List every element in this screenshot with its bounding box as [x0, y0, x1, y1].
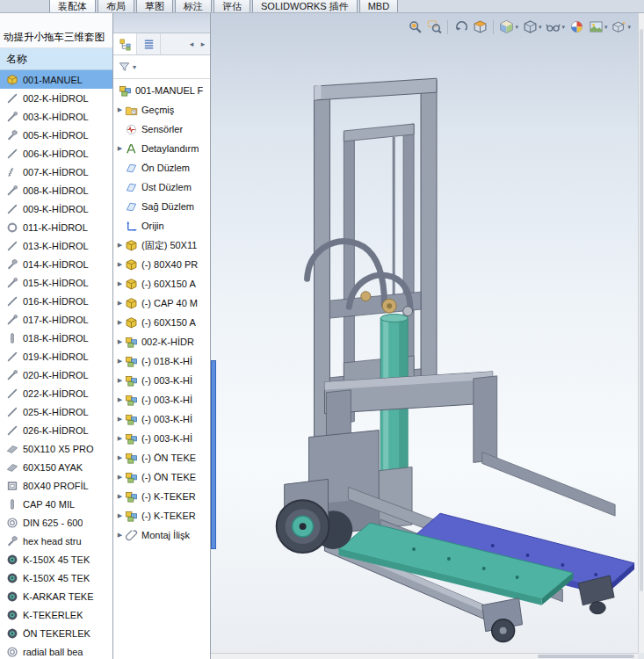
tree-item[interactable]: Sağ Düzlem: [113, 197, 210, 216]
parts-column-header[interactable]: 名称: [0, 48, 112, 70]
parts-list-item[interactable]: radial ball bea: [0, 642, 112, 659]
tree-item[interactable]: ▶(-) 003-K-Hİ: [113, 371, 210, 390]
dropdown-caret-icon[interactable]: ▾: [627, 24, 631, 31]
tree-item[interactable]: ▶(-) 60X150 A: [113, 274, 210, 293]
section-view-button[interactable]: [472, 18, 488, 35]
tree-item[interactable]: 001-MANUEL F: [113, 81, 210, 100]
expand-arrow-icon[interactable]: ▶: [115, 377, 125, 384]
dropdown-caret-icon[interactable]: ▾: [539, 24, 542, 31]
tree-item[interactable]: ▶(固定) 50X11: [113, 235, 210, 255]
parts-list-item[interactable]: 018-K-HİDROL: [0, 329, 112, 347]
tree-item[interactable]: ▶(-) 003-K-Hİ: [113, 409, 210, 429]
tree-item[interactable]: ▶Detaylandırm: [113, 139, 210, 158]
tree-item[interactable]: ▶(-) K-TEKER: [113, 487, 210, 506]
ribbon-tab-0[interactable]: 装配体: [49, 0, 96, 12]
tree-item[interactable]: ▶(-) ÖN TEKE: [113, 448, 210, 467]
ribbon-tab-1[interactable]: 布局: [98, 0, 134, 12]
expand-arrow-icon[interactable]: ▶: [115, 493, 125, 500]
tab-scroll-left-icon[interactable]: ◂: [186, 40, 197, 48]
previous-view-button[interactable]: [452, 18, 469, 35]
tree-item[interactable]: ▶(-) ÖN TEKE: [113, 467, 210, 487]
tree-item[interactable]: ▶Geçmiş: [113, 100, 210, 119]
display-style-button[interactable]: ▾: [522, 18, 543, 35]
ribbon-tab-3[interactable]: 标注: [175, 0, 212, 12]
filter-funnel-icon[interactable]: [118, 61, 131, 74]
expand-arrow-icon[interactable]: ▶: [115, 338, 125, 345]
parts-list-item[interactable]: 001-MANUEL: [0, 70, 112, 89]
parts-list-item[interactable]: 60X150 AYAK: [0, 458, 112, 476]
tree-item[interactable]: ▶002-K-HİDR: [113, 332, 210, 351]
parts-list-item[interactable]: 008-K-HİDROL: [0, 181, 112, 199]
parts-list-item[interactable]: 020-K-HİDROL: [0, 366, 112, 384]
parts-list-item[interactable]: 016-K-HİDROL: [0, 292, 112, 310]
expand-arrow-icon[interactable]: ▶: [115, 261, 125, 268]
apply-scene-button[interactable]: ▾: [588, 18, 609, 35]
parts-list-item[interactable]: DIN 625 - 600: [0, 513, 112, 532]
parts-list-item[interactable]: 009-K-HİDROL: [0, 199, 112, 218]
parts-list-item[interactable]: 50X110 X5 PRO: [0, 439, 112, 458]
view-orientation-button[interactable]: ▾: [498, 18, 519, 35]
tab-featuremanager-tree[interactable]: [113, 33, 137, 54]
model-3d-lift-truck[interactable]: [211, 13, 644, 659]
expand-arrow-icon[interactable]: ▶: [115, 145, 125, 152]
hide-show-items-button[interactable]: ▾: [545, 18, 566, 35]
parts-list-item[interactable]: K-150X 45 TEK: [0, 568, 112, 587]
parts-list-item[interactable]: K-TEKERLEK: [0, 605, 112, 624]
parts-list-item[interactable]: 015-K-HİDROL: [0, 273, 112, 292]
zoom-to-fit-button[interactable]: [407, 18, 423, 35]
view-settings-button[interactable]: ▾: [611, 18, 632, 35]
expand-arrow-icon[interactable]: ▶: [115, 319, 125, 326]
expand-arrow-icon[interactable]: ▶: [115, 532, 125, 539]
parts-list-item[interactable]: hex head stru: [0, 532, 112, 550]
parts-list-item[interactable]: 002-K-HİDROL: [0, 89, 112, 107]
tree-item[interactable]: Sensörler: [113, 119, 210, 139]
viewport-vertical-scrollbar[interactable]: [638, 13, 644, 653]
parts-list-item[interactable]: 017-K-HİDROL: [0, 310, 112, 329]
tree-item[interactable]: ▶(-) 003-K-Hİ: [113, 429, 210, 448]
ribbon-tab-5[interactable]: SOLIDWORKS 插件: [252, 0, 358, 12]
horizontal-scroll-thumb[interactable]: [538, 655, 634, 658]
vertical-scroll-thumb[interactable]: [640, 29, 643, 591]
tree-item[interactable]: Üst Düzlem: [113, 177, 210, 197]
edit-appearance-button[interactable]: [568, 18, 585, 35]
tree-item[interactable]: ▶(-) CAP 40 M: [113, 293, 210, 313]
tree-item[interactable]: ▶Montaj İlişk: [113, 525, 210, 545]
dropdown-caret-icon[interactable]: ▾: [561, 24, 565, 31]
filter-dropdown-caret-icon[interactable]: ▾: [133, 63, 136, 71]
parts-list-item[interactable]: 019-K-HİDROL: [0, 347, 112, 366]
parts-list-item[interactable]: 005-K-HİDROL: [0, 126, 112, 144]
tree-item[interactable]: ▶(-) K-TEKER: [113, 506, 210, 525]
parts-list-item[interactable]: K-150X 45 TEK: [0, 550, 112, 568]
panel-splitter-handle[interactable]: [211, 360, 216, 549]
expand-arrow-icon[interactable]: ▶: [115, 106, 125, 113]
parts-list-item[interactable]: 025-K-HİDROL: [0, 402, 112, 421]
tree-item[interactable]: Orijin: [113, 216, 210, 235]
zoom-to-area-button[interactable]: [426, 18, 443, 35]
expand-arrow-icon[interactable]: ▶: [115, 300, 125, 307]
parts-list-item[interactable]: ÖN TEKERLEK: [0, 624, 112, 642]
expand-arrow-icon[interactable]: ▶: [115, 454, 125, 461]
tree-item[interactable]: ▶(-) 003-K-Hİ: [113, 390, 210, 409]
ribbon-tab-6[interactable]: MBD: [359, 0, 398, 12]
tree-item[interactable]: ▶(-) 018-K-Hİ: [113, 351, 210, 371]
parts-list-item[interactable]: 003-K-HİDROL: [0, 107, 112, 126]
expand-arrow-icon[interactable]: ▶: [115, 474, 125, 481]
parts-list-item[interactable]: K-ARKAR TEKE: [0, 587, 112, 605]
ribbon-tab-2[interactable]: 草图: [136, 0, 173, 12]
tree-item[interactable]: ▶(-) 60X150 A: [113, 313, 210, 332]
expand-arrow-icon[interactable]: ▶: [115, 280, 125, 287]
tree-item[interactable]: Ön Düzlem: [113, 158, 210, 177]
expand-arrow-icon[interactable]: ▶: [115, 358, 125, 365]
parts-list-item[interactable]: 006-K-HİDROL: [0, 144, 112, 163]
dropdown-caret-icon[interactable]: ▾: [515, 24, 518, 31]
parts-list-item[interactable]: 014-K-HİDROL: [0, 255, 112, 273]
expand-arrow-icon[interactable]: ▶: [115, 416, 125, 423]
parts-list-item[interactable]: 011-K-HİDROL: [0, 218, 112, 236]
dropdown-caret-icon[interactable]: ▾: [604, 24, 608, 31]
graphics-viewport[interactable]: ▾▾▾▾▾: [211, 13, 644, 659]
expand-arrow-icon[interactable]: ▶: [115, 435, 125, 442]
expand-arrow-icon[interactable]: ▶: [115, 512, 125, 519]
parts-list-item[interactable]: 80X40 PROFİL: [0, 476, 112, 495]
expand-arrow-icon[interactable]: ▶: [115, 396, 125, 403]
tab-propertymanager[interactable]: [137, 33, 161, 54]
